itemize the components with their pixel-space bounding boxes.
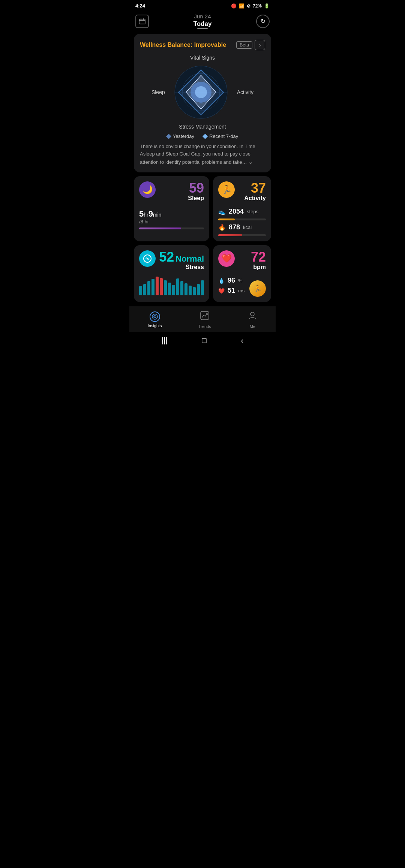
dnd-icon: ⊘ [247, 3, 250, 9]
stress-bar-chart [139, 277, 204, 295]
activity-badge: 🏃 [249, 280, 266, 297]
svg-point-18 [250, 312, 254, 316]
me-icon [248, 311, 257, 323]
wellness-header: Wellness Balance: Improvable Beta › [140, 40, 265, 50]
me-label: Me [250, 324, 255, 329]
refresh-icon: ↻ [261, 18, 266, 25]
legend-yesterday-label: Yesterday [173, 133, 194, 139]
stress-bar-6 [160, 278, 163, 295]
bluetooth-icon: 🔴 [231, 3, 237, 9]
steps-value: 2054 [229, 208, 244, 216]
steps-row: 👟 2054 steps [218, 208, 266, 216]
heart-bpm-unit: bpm [251, 264, 266, 271]
stress-score: 52 [159, 250, 174, 264]
legend-recent-label: Recent 7-day [209, 133, 238, 139]
svg-rect-17 [201, 311, 209, 320]
sleep-time-row: 5hr9min /8 hr [139, 209, 204, 224]
hours-unit: hr [144, 212, 148, 218]
stress-bar-9 [172, 285, 175, 295]
minutes-unit: min [153, 212, 162, 218]
stress-bar-14 [193, 287, 196, 295]
wellness-header-right: Beta › [236, 40, 265, 50]
battery-icon: 🔋 [264, 3, 270, 9]
radar-bottom-label: Stress Management [179, 124, 226, 130]
status-time: 4:24 [135, 3, 145, 9]
kcal-row: 🔥 878 kcal [218, 223, 266, 231]
sleep-hours: 5 [139, 209, 144, 218]
legend-recent: Recent 7-day [203, 133, 238, 139]
radar-legend: Yesterday Recent 7-day [140, 133, 265, 139]
stress-bar-2 [143, 284, 146, 295]
hrv-value: 51 [228, 287, 235, 295]
trends-label: Trends [198, 324, 211, 329]
heart-bpm: 72 [251, 250, 266, 264]
stress-bar-5 [156, 277, 159, 295]
activity-score: 37 [244, 181, 266, 195]
spo2-value: 96 [228, 277, 235, 284]
main-content: Wellness Balance: Improvable Beta › Vita… [129, 34, 276, 302]
heart-icon: ❤️ [218, 250, 235, 267]
recent-diamond-icon [202, 133, 208, 139]
radar-chart-container: Vital Signs Sleep [140, 55, 265, 130]
wellness-description: There is no obvious change in your condi… [140, 143, 265, 166]
kcal-progress-bar [218, 234, 242, 236]
recents-button[interactable]: ||| [162, 336, 168, 345]
nav-me[interactable]: Me [248, 311, 257, 329]
wellness-title: Wellness Balance: Improvable [140, 42, 226, 48]
sleep-score: 59 [188, 181, 204, 195]
activity-label: Activity [244, 195, 266, 202]
stress-bar-15 [197, 284, 200, 295]
nav-trends[interactable]: Trends [198, 311, 211, 329]
stress-bar-7 [164, 280, 167, 295]
beta-badge: Beta [236, 41, 252, 49]
sleep-duration: 5hr9min [139, 209, 204, 219]
sleep-progress-bar [139, 227, 181, 229]
stress-bar-8 [168, 283, 171, 295]
stress-card[interactable]: 52 Normal Stress [134, 245, 209, 302]
svg-rect-2 [141, 18, 141, 20]
expand-arrow-icon[interactable]: ⌄ [248, 159, 253, 165]
stress-bar-3 [147, 281, 150, 295]
sleep-goal: /8 hr [139, 219, 204, 224]
steps-unit: steps [247, 209, 258, 214]
date-nav: Jun 24 Today [194, 13, 212, 29]
calendar-icon[interactable] [135, 15, 149, 28]
spo2-unit: % [238, 278, 243, 283]
wellness-card: Wellness Balance: Improvable Beta › Vita… [134, 34, 271, 172]
kcal-value: 878 [229, 223, 240, 231]
legend-yesterday: Yesterday [167, 133, 194, 139]
sleep-label: Sleep [188, 195, 204, 202]
stress-bar-11 [180, 281, 183, 295]
nav-insights[interactable]: Insights [148, 311, 162, 328]
steps-progress-bar [218, 218, 235, 220]
insights-icon [150, 311, 160, 322]
wellness-status: Improvable [194, 42, 226, 48]
kcal-unit: kcal [243, 224, 252, 230]
activity-card[interactable]: 🏃 37 Activity 👟 2054 steps 🔥 878 [213, 176, 271, 241]
heart-card[interactable]: ❤️ 72 bpm 💧 96 % ❤️ 51 ms [213, 245, 271, 302]
radar-svg [171, 62, 231, 122]
sleep-progress-container [139, 227, 204, 229]
drop-icon: 💧 [218, 278, 225, 284]
insights-label: Insights [148, 323, 162, 328]
chevron-right-icon: › [259, 42, 261, 48]
svg-point-12 [195, 86, 207, 98]
home-button[interactable]: □ [202, 336, 206, 345]
stress-bar-4 [152, 279, 154, 295]
stress-bar-16 [201, 280, 204, 295]
refresh-button[interactable]: ↻ [256, 15, 270, 28]
prev-date: Jun 24 [194, 13, 211, 19]
wellness-expand-button[interactable]: › [255, 40, 265, 50]
radar-middle-row: Sleep Activity [152, 62, 254, 122]
stress-bar-10 [176, 278, 179, 295]
bottom-nav: Insights Trends Me [129, 306, 276, 332]
sleep-card[interactable]: 🌙 59 Sleep 5hr9min /8 hr [134, 176, 209, 241]
battery-level: 72% [253, 3, 262, 9]
radar-right-label: Activity [237, 89, 254, 95]
steps-icon: 👟 [218, 208, 226, 215]
kcal-progress-container [218, 234, 266, 236]
stress-icon [139, 250, 156, 267]
status-bar: 4:24 🔴 📶 ⊘ 72% 🔋 [129, 0, 276, 10]
back-button[interactable]: ‹ [241, 336, 243, 345]
hrv-icon: ❤️ [218, 288, 225, 294]
